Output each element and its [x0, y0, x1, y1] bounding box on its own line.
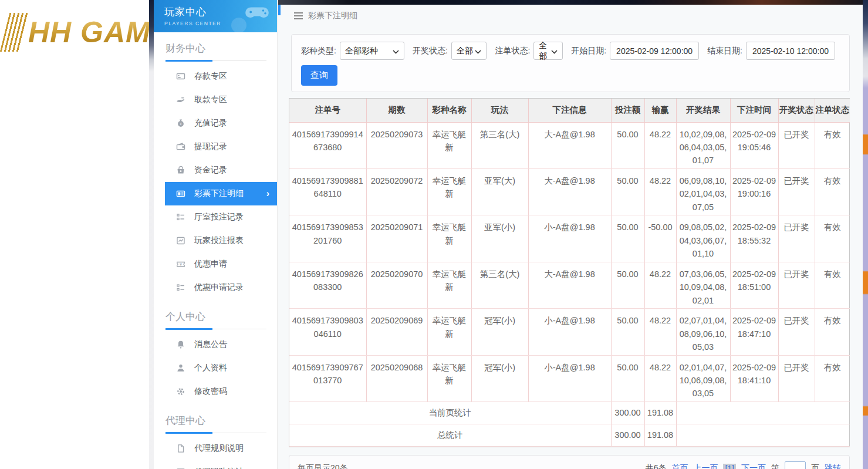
table-row: 401569173909881648110 20250209072 幸运飞艇新 …: [289, 168, 850, 215]
sidebar-item-agent-rules[interactable]: 代理规则说明: [154, 437, 277, 460]
sidebar-item-label: 优惠申请记录: [194, 282, 244, 293]
col-bet-time: 下注时间: [730, 99, 778, 122]
cell-bet-amount: 50.00: [611, 355, 644, 401]
cell-lottery-name: 幸运飞艇新: [427, 215, 471, 262]
sidebar-item-label: 代理团队统计: [194, 467, 244, 469]
bet-details-table: 注单号 期数 彩种名称 玩法 下注信息 投注额 输赢 开奖结果 下注时间 开奖状…: [289, 99, 850, 447]
sidebar-item-label: 厅室投注记录: [194, 212, 244, 222]
chevron-down-icon: [551, 46, 558, 56]
sidebar-item-withdraw[interactable]: 取款专区: [154, 88, 277, 112]
moneybag-icon: ¥: [176, 119, 185, 128]
cell-lottery-name: 幸运飞艇新: [427, 122, 471, 168]
lottery-list-icon: [176, 189, 185, 198]
sidebar-item-hall-bet-record[interactable]: 厅室投注记录: [154, 205, 277, 229]
table-row: 401569173909853201760 20250209071 幸运飞艇新 …: [289, 215, 850, 262]
prev-page-link[interactable]: 上一页: [693, 463, 718, 469]
cell-draw-status: 已开奖: [778, 262, 815, 308]
coupon-icon: ¥: [176, 259, 185, 269]
cell-order-status: 有效: [815, 168, 850, 215]
next-page-link[interactable]: 下一页: [741, 463, 766, 469]
cell-order-status: 有效: [815, 262, 850, 308]
query-button[interactable]: 查询: [301, 65, 337, 86]
hh-game-logo: HH GAME: [28, 15, 149, 49]
cell-order-id: 401569173909853201760: [289, 215, 366, 262]
sidebar-item-deposit[interactable]: 存款专区: [154, 65, 277, 88]
page-suffix-label: 页: [811, 463, 819, 469]
total-stats-bet-total: 300.00: [611, 424, 644, 446]
cell-period: 20250209072: [366, 168, 427, 215]
sidebar-item-change-password[interactable]: 修改密码: [154, 380, 277, 403]
sidebar-item-promo-apply[interactable]: ¥ 优惠申请: [154, 252, 277, 276]
blue-accent-tick: [278, 5, 281, 15]
cell-order-status: 有效: [815, 122, 850, 168]
sidebar-item-fund-record[interactable]: 资金记录: [154, 158, 277, 182]
bell-icon: [176, 340, 185, 349]
end-date-input[interactable]: [746, 42, 835, 60]
table-header-row: 注单号 期数 彩种名称 玩法 下注信息 投注额 输赢 开奖结果 下注时间 开奖状…: [289, 99, 850, 122]
jump-link[interactable]: 跳转: [825, 463, 841, 469]
cell-bet-amount: 50.00: [611, 122, 644, 168]
cell-bet-info: 大-A盘@1.98: [528, 168, 611, 215]
sidebar-item-withdraw-record[interactable]: 提现记录: [154, 135, 277, 158]
first-page-link[interactable]: 首页: [671, 463, 688, 469]
cell-win-loss: 48.22: [644, 262, 676, 308]
cell-period: 20250209068: [366, 355, 427, 401]
total-stats-empty: [676, 424, 850, 446]
draw-status-label: 开奖状态:: [413, 46, 448, 56]
cell-draw-result: 06,09,08,10,02,01,04,03,07,05: [676, 168, 730, 215]
cell-draw-status: 已开奖: [778, 355, 815, 401]
cell-order-status: 有效: [815, 309, 850, 355]
sidebar-left-shadow-strip: [149, 0, 154, 469]
cell-win-loss: 48.22: [644, 168, 676, 215]
cell-draw-result: 09,08,05,02,04,03,06,07,01,10: [676, 215, 730, 262]
col-play-type: 玩法: [471, 99, 528, 122]
sidebar-item-lottery-bet-details[interactable]: 彩票下注明细 ›: [165, 182, 277, 205]
col-order-status: 注单状态: [815, 99, 850, 122]
page-jump-input[interactable]: [785, 461, 806, 469]
lottery-type-select[interactable]: 全部彩种: [340, 42, 404, 60]
cell-order-id: 401569173909826083300: [289, 262, 366, 308]
total-stats-row: 总统计 300.00 191.08: [289, 424, 850, 446]
cell-bet-info: 大-A盘@1.98: [528, 262, 611, 308]
cell-bet-info: 小-A盘@1.98: [528, 215, 611, 262]
top-dark-strip: [278, 0, 868, 5]
breadcrumb-bar: 彩票下注明细: [278, 5, 868, 26]
draw-status-select[interactable]: 全部: [451, 42, 487, 60]
sidebar-item-profile[interactable]: 个人资料: [154, 356, 277, 380]
cell-draw-status: 已开奖: [778, 309, 815, 355]
cell-bet-amount: 50.00: [611, 309, 644, 355]
col-order-id: 注单号: [289, 99, 366, 122]
sidebar-item-agent-team-stats[interactable]: 代理团队统计: [154, 460, 277, 469]
cell-draw-result: 10,02,09,08,06,04,03,05,01,07: [676, 122, 730, 168]
page-stats-empty: [676, 401, 850, 424]
cell-play-type: 第三名(大): [471, 262, 528, 308]
players-center-header: 玩家中心 PLAYERS CENTER: [154, 0, 277, 32]
sidebar-item-promo-apply-record[interactable]: 优惠申请记录: [154, 276, 277, 299]
cell-order-id: 401569173909881648110: [289, 168, 366, 215]
cell-bet-amount: 50.00: [611, 262, 644, 308]
hamburger-menu-icon[interactable]: [294, 12, 303, 19]
sidebar-item-label: 玩家投注报表: [194, 235, 244, 246]
cell-win-loss: -50.00: [644, 215, 676, 262]
draw-status-value: 全部: [457, 46, 473, 56]
sidebar-item-label: 存款专区: [194, 71, 227, 82]
cell-order-id: 401569173909767013770: [289, 355, 366, 401]
cell-bet-info: 大-A盘@1.98: [528, 122, 611, 168]
sidebar: 玩家中心 PLAYERS CENTER 财务中心 存款专区 取款专区 ¥ 充值记…: [154, 0, 278, 469]
table-row: 401569173909767013770 20250209068 幸运飞艇新 …: [289, 355, 850, 401]
cell-play-type: 亚军(大): [471, 168, 528, 215]
table-row: 401569173909826083300 20250209070 幸运飞艇新 …: [289, 262, 850, 308]
current-page-indicator[interactable]: [1]: [723, 464, 736, 469]
sidebar-item-player-bet-report[interactable]: 玩家投注报表: [154, 229, 277, 252]
sidebar-item-announcements[interactable]: 消息公告: [154, 333, 277, 356]
cell-bet-time: 2025-02-09 18:51:00: [730, 262, 778, 308]
page-prefix-label: 第: [771, 463, 779, 469]
start-date-label: 开始日期:: [571, 46, 606, 56]
sidebar-item-recharge-record[interactable]: ¥ 充值记录: [154, 112, 277, 135]
cell-draw-status: 已开奖: [778, 215, 815, 262]
start-date-input[interactable]: [610, 42, 699, 60]
sidebar-item-label: 个人资料: [194, 363, 227, 373]
cell-order-id: 401569173909914673680: [289, 122, 366, 168]
sidebar-item-label: 取款专区: [194, 95, 227, 105]
order-status-select[interactable]: 全部: [533, 42, 563, 60]
